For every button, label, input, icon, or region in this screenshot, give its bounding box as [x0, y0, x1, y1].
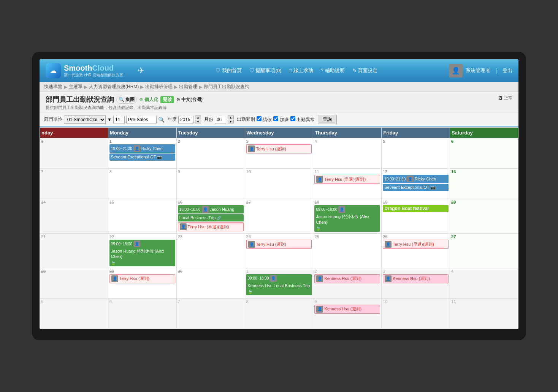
- day-number: 26: [383, 234, 449, 239]
- page-title-row: 部門員工出勤狀況查詢 🔍 集團 ⊙ 個人化 開啟 ⊙ 中文(台灣) 🖼 正常: [46, 95, 512, 104]
- list-item[interactable]: Seveant Exceptional OT 📷: [383, 184, 449, 191]
- check-ot[interactable]: [273, 116, 278, 121]
- list-item[interactable]: Seveant Exceptional OT 📷: [109, 153, 175, 160]
- calendar-cell-r4-tue: 23: [176, 234, 245, 268]
- list-item[interactable]: 09:00~18:00 👤 Jason Huang 特別休假 {Alex Che…: [109, 240, 175, 266]
- list-item[interactable]: 👤 Terry Hsu (早退)(遲到): [383, 240, 449, 249]
- list-item[interactable]: 19:00~21:30 👤 Ricky Chen: [383, 175, 449, 183]
- breadcrumb-item-1[interactable]: 主選單: [69, 84, 82, 90]
- leaf-icon: 🍃: [111, 261, 116, 266]
- nav-assist[interactable]: ? 輔助說明: [321, 67, 345, 74]
- event-name: Kenness Hsu (遲到): [324, 306, 361, 311]
- calendar-cell-r2-wed: 10: [245, 169, 313, 199]
- list-item[interactable]: 09:00~18:00 👤 Jason Huang 特別休假 {Alex Che…: [314, 205, 380, 232]
- year-up-btn[interactable]: ▲: [195, 115, 201, 119]
- nav-help-online[interactable]: □ 線上求助: [289, 67, 313, 74]
- event-name: Jason Huang: [210, 207, 235, 212]
- query-button[interactable]: 查詢: [318, 115, 337, 124]
- app-wrapper: ☁ SmoothCloud 新一代企業 eHR 雲端整體解決方案 ✈ ♡ 我的首…: [40, 59, 518, 329]
- list-item[interactable]: 👤 Terry Hsu (遲到): [109, 274, 175, 283]
- event-name: Jason Huang 特別休假 {Alex Chen}: [316, 214, 379, 225]
- day-number: 16: [178, 200, 244, 204]
- list-item[interactable]: 👤 Terry Hsu (早退)(遲到): [314, 175, 380, 184]
- logo-smooth: Smooth: [64, 64, 92, 72]
- avatar: 👤: [316, 275, 323, 282]
- logout-button[interactable]: 登出: [503, 67, 512, 74]
- month-down-btn[interactable]: ▼: [228, 120, 234, 123]
- list-item[interactable]: 👤 Kenness Hsu (遲到): [314, 305, 380, 314]
- day-number: 4: [451, 269, 517, 273]
- holiday-event[interactable]: Dragon Boat festival: [383, 205, 449, 212]
- day-number: 29: [109, 269, 175, 273]
- dept-sub-input[interactable]: [113, 116, 125, 123]
- th-monday: Monday: [108, 128, 176, 138]
- year-down-btn[interactable]: ▼: [195, 120, 201, 123]
- month-spinner[interactable]: ▲ ▼: [228, 115, 234, 123]
- year-input[interactable]: [178, 116, 193, 123]
- calendar-cell-r6-sat: 11: [450, 298, 518, 329]
- avatar: 👤: [202, 206, 209, 213]
- dept-select[interactable]: 01 SmoothCloud: [64, 115, 106, 124]
- badge-group[interactable]: 🔍 集團: [116, 96, 137, 104]
- list-item[interactable]: 16:00~18:00 👤 Jason Huang: [178, 205, 244, 213]
- calendar-cell-r5-mon: 29 👤 Terry Hsu (遲到): [108, 268, 176, 298]
- check-absent[interactable]: [290, 116, 295, 121]
- breadcrumb-sep-2: ▶: [140, 84, 144, 90]
- calendar-container: nday Monday Tuesday Wednesday Thursday F…: [40, 127, 518, 329]
- badge-open[interactable]: 開啟: [160, 96, 174, 103]
- type-label: 出勤類別: [237, 116, 255, 123]
- page-title: 部門員工出勤狀況查詢 🔍 集團 ⊙ 個人化 開啟 ⊙ 中文(台灣): [46, 95, 203, 104]
- day-number: 3: [246, 139, 312, 144]
- calendar-cell-r3-tue: 16 16:00~18:00 👤 Jason Huang Local Busin…: [176, 199, 245, 234]
- logo-title: SmoothCloud: [64, 64, 123, 73]
- breadcrumb-item-4[interactable]: 出勤管理: [179, 84, 197, 90]
- toolbar: 部門單位 01 SmoothCloud ▼ 🔍 年度 ▲ ▼ 月份: [40, 112, 518, 127]
- nav-reminder[interactable]: ♡ 提醒事項(0): [249, 67, 282, 74]
- event-time: 19:00~21:30: [384, 177, 406, 182]
- dept-name-input[interactable]: [126, 116, 157, 123]
- avatar: 👤: [133, 240, 140, 247]
- breadcrumb-sep-0: ▶: [64, 84, 67, 90]
- day-number: 12: [383, 169, 449, 174]
- page-title-text: 部門員工出勤狀況查詢: [46, 95, 114, 104]
- avatar: 👤: [407, 175, 414, 182]
- calendar-cell-r1-sat: 6: [450, 138, 518, 169]
- list-item[interactable]: 👤 Terry Hsu (遲到): [246, 144, 312, 153]
- list-item[interactable]: 👤 Kenness Hsu (遲到): [383, 274, 449, 283]
- list-item[interactable]: 09:00~18:00 👤 Kenness Hsu Local Business…: [246, 274, 312, 295]
- day-number: 6: [451, 139, 517, 144]
- badge-personal[interactable]: ⊙ 個人化: [139, 96, 158, 103]
- day-number: 11: [314, 169, 380, 174]
- calendar-cell-r1-mon: 1 19:00~21:30 👤 Ricky Chen Seveant Excep…: [108, 138, 176, 169]
- year-label: 年度: [168, 116, 177, 123]
- list-item[interactable]: 👤 Terry Hsu (早退)(遲到): [178, 222, 244, 231]
- avatar: 👤: [338, 206, 345, 213]
- status-text: 正常: [504, 95, 512, 101]
- breadcrumb-item-2[interactable]: 人力資源管理服務(HRM): [89, 84, 139, 90]
- day-number: 14: [41, 200, 107, 204]
- list-item[interactable]: Local Business Trip 🔗: [178, 214, 244, 221]
- user-avatar: 👤: [449, 64, 463, 77]
- camera-icon: 📷: [431, 185, 435, 190]
- month-input[interactable]: [215, 116, 226, 123]
- month-up-btn[interactable]: ▲: [228, 115, 234, 119]
- list-item[interactable]: 👤 Terry Hsu (遲到): [246, 240, 312, 249]
- day-number: 28: [41, 269, 107, 273]
- breadcrumb-item-0[interactable]: 快速導覽: [44, 84, 62, 90]
- year-spinner[interactable]: ▲ ▼: [195, 115, 201, 123]
- nav-home[interactable]: ♡ 我的首頁: [216, 67, 242, 74]
- list-item[interactable]: 19:00~21:30 👤 Ricky Chen: [109, 144, 175, 153]
- day-number: 7: [41, 169, 107, 174]
- day-number: 11: [451, 299, 517, 304]
- nav-settings[interactable]: ✎ 頁面設定: [352, 67, 378, 74]
- list-item[interactable]: 👤 Kenness Hsu (遲到): [314, 274, 380, 283]
- th-thursday: Thursday: [313, 128, 382, 138]
- breadcrumb-item-3[interactable]: 出勤排班管理: [145, 84, 173, 90]
- calendar-header-row: nday Monday Tuesday Wednesday Thursday F…: [40, 128, 518, 138]
- breadcrumb-item-5[interactable]: 部門員工出勤狀況查詢: [204, 84, 249, 90]
- link-icon: 🔗: [217, 215, 221, 220]
- calendar-cell-r5-sun: 28: [40, 268, 108, 298]
- calendar-cell-r1-fri: 5: [382, 138, 450, 169]
- check-leave[interactable]: [257, 116, 262, 121]
- calendar-cell-r5-wed: 1 09:00~18:00 👤 Kenness Hsu Local Busine…: [245, 268, 313, 298]
